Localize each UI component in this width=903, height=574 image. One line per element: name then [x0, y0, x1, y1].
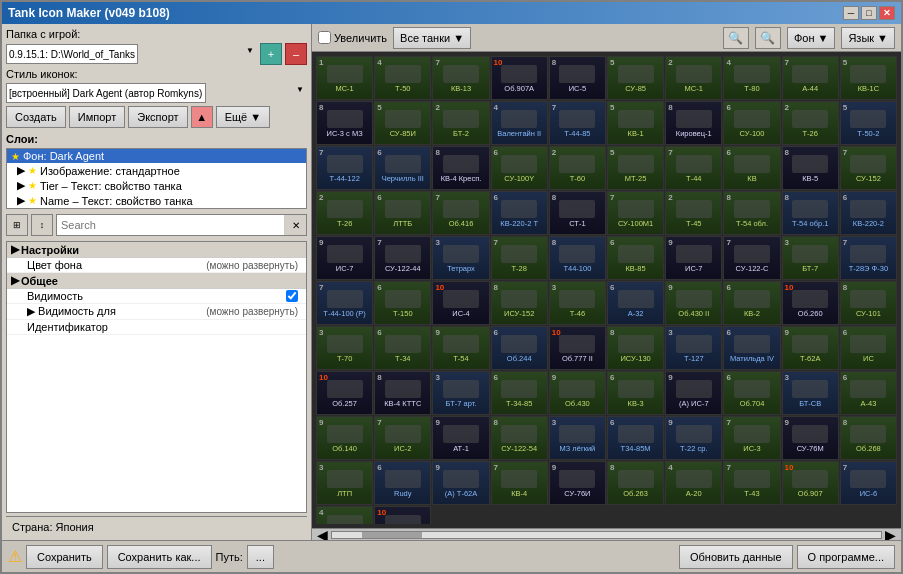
tank-cell[interactable]: 3БТ-7 арт.: [432, 371, 489, 415]
tank-cell[interactable]: 5Т-50-2: [840, 101, 897, 145]
tank-cell[interactable]: 6СУ-100Y: [491, 146, 548, 190]
tank-cell[interactable]: 3Т-70: [316, 326, 373, 370]
tank-cell[interactable]: 8Т44-100: [549, 236, 606, 280]
scroll-right-button[interactable]: ▶: [882, 527, 899, 541]
tank-cell[interactable]: 8СУ-122-54: [491, 416, 548, 460]
import-button[interactable]: Импорт: [69, 106, 125, 128]
tank-cell[interactable]: 8ИСУ-152: [491, 281, 548, 325]
horizontal-scrollbar[interactable]: [331, 531, 882, 539]
tank-cell[interactable]: 9СУ-76М: [782, 416, 839, 460]
tank-cell[interactable]: 6КВ-220-2 Т: [491, 191, 548, 235]
tank-cell[interactable]: 8СУ-101: [840, 281, 897, 325]
tank-cell[interactable]: 9Т-22 ср.: [665, 416, 722, 460]
tank-cell[interactable]: 9(А) ИС-7: [665, 371, 722, 415]
tank-cell[interactable]: 9АТ-1: [432, 416, 489, 460]
tank-cell[interactable]: 6КВ-85: [607, 236, 664, 280]
tank-cell[interactable]: 7Т-28: [491, 236, 548, 280]
tank-cell[interactable]: 6КВ: [723, 146, 780, 190]
tank-cell[interactable]: 2МС-1: [665, 56, 722, 100]
tank-cell[interactable]: 2БТ-2: [432, 101, 489, 145]
tank-cell[interactable]: 7А-44: [782, 56, 839, 100]
tank-cell[interactable]: 8КВ-4 КТТС: [374, 371, 431, 415]
tank-cell[interactable]: 6Т-34-85: [491, 371, 548, 415]
tank-cell[interactable]: 6КВ-3: [607, 371, 664, 415]
tank-cell[interactable]: 6Черчилль III: [374, 146, 431, 190]
tank-cell[interactable]: 6КВ-220-2: [840, 191, 897, 235]
tank-cell[interactable]: 6СУ-100: [723, 101, 780, 145]
search-button-1[interactable]: 🔍: [723, 27, 749, 49]
search-button-2[interactable]: 🔍: [755, 27, 781, 49]
tank-cell[interactable]: 7КВ-4: [491, 461, 548, 505]
tank-cell[interactable]: 6А-43: [840, 371, 897, 415]
tank-cell[interactable]: 7ИС-2: [374, 416, 431, 460]
tank-cell[interactable]: 7ИС-6: [840, 461, 897, 505]
path-dots-button[interactable]: ...: [247, 545, 274, 569]
tank-cell[interactable]: 9Т-62А: [782, 326, 839, 370]
tank-cell[interactable]: 7Т-44-100 (Р): [316, 281, 373, 325]
tank-cell[interactable]: 6Об.244: [491, 326, 548, 370]
tank-cell[interactable]: 8Кировец-1: [665, 101, 722, 145]
style-select[interactable]: [встроенный] Dark Agent (автор Romkyns): [6, 83, 206, 103]
tank-cell[interactable]: 10Об.257: [316, 371, 373, 415]
tank-cell[interactable]: 8ИСУ-130: [607, 326, 664, 370]
tank-cell[interactable]: 9ИС-7: [665, 236, 722, 280]
close-button[interactable]: ✕: [879, 6, 895, 20]
tank-cell[interactable]: 9(А) Т-62А: [432, 461, 489, 505]
tank-cell[interactable]: 7Т-44-85: [549, 101, 606, 145]
tank-cell[interactable]: 2Т-26: [782, 101, 839, 145]
tank-cell[interactable]: 8Об.268: [840, 416, 897, 460]
tank-cell[interactable]: 6Т-34: [374, 326, 431, 370]
tank-cell[interactable]: 5МТ-25: [607, 146, 664, 190]
tank-cell[interactable]: 8Об.263: [607, 461, 664, 505]
tank-cell[interactable]: 10Об.907А: [491, 56, 548, 100]
tank-cell[interactable]: 5СУ-85: [607, 56, 664, 100]
general-header[interactable]: ▶ Общее: [7, 273, 306, 289]
tank-cell[interactable]: 10Об.777 II: [549, 326, 606, 370]
tank-cell[interactable]: 6Матильда IV: [723, 326, 780, 370]
tank-cell[interactable]: 4Т-80: [723, 56, 780, 100]
tanks-filter-dropdown[interactable]: Все танки ▼: [393, 27, 471, 49]
tank-cell[interactable]: 8ИС-3 с МЗ: [316, 101, 373, 145]
tank-cell[interactable]: 6ЛТТБ: [374, 191, 431, 235]
tank-cell[interactable]: 6ИС: [840, 326, 897, 370]
tank-cell[interactable]: 8СТ-1: [549, 191, 606, 235]
tank-cell[interactable]: 9ИС-7: [316, 236, 373, 280]
minimize-button[interactable]: ─: [843, 6, 859, 20]
tank-cell[interactable]: 10Об.268.5: [374, 506, 431, 524]
tank-cell[interactable]: 10Об.907: [782, 461, 839, 505]
tank-cell[interactable]: 7Об.416: [432, 191, 489, 235]
tank-cell[interactable]: 10ИС-4: [432, 281, 489, 325]
save-button[interactable]: Сохранить: [26, 545, 103, 569]
tank-cell[interactable]: 7ИС-3: [723, 416, 780, 460]
tank-cell[interactable]: 7СУ-152: [840, 146, 897, 190]
folder-select[interactable]: 0.9.15.1: D:\World_of_Tanks: [6, 44, 138, 64]
tank-cell[interactable]: 7Т-43: [723, 461, 780, 505]
layer-item-2[interactable]: ▶ ★ Tier – Текст: свойство танка: [7, 178, 306, 193]
tank-cell[interactable]: 8Т-54 обл.: [723, 191, 780, 235]
tank-cell[interactable]: 3БТ-СВ: [782, 371, 839, 415]
visibility-checkbox[interactable]: [286, 290, 298, 302]
update-button[interactable]: Обновить данные: [679, 545, 793, 569]
tank-cell[interactable]: 9Об.140: [316, 416, 373, 460]
tank-cell[interactable]: 10Об.260: [782, 281, 839, 325]
tank-cell[interactable]: 8КВ-5: [782, 146, 839, 190]
tank-cell[interactable]: 8КВ-4 Кресп.: [432, 146, 489, 190]
tank-cell[interactable]: 7Т-44-122: [316, 146, 373, 190]
maximize-button[interactable]: □: [861, 6, 877, 20]
tank-cell[interactable]: 2Т-60: [549, 146, 606, 190]
tank-cell[interactable]: 8Т-54 обр.1: [782, 191, 839, 235]
remove-folder-button[interactable]: –: [285, 43, 307, 65]
tank-cell[interactable]: 5КВ-1С: [840, 56, 897, 100]
about-button[interactable]: О программе...: [797, 545, 895, 569]
tank-cell[interactable]: 7СУ-100М1: [607, 191, 664, 235]
tank-cell[interactable]: 3Тетрарх: [432, 236, 489, 280]
layer-item-3[interactable]: ▶ ★ Name – Текст: свойство танка: [7, 193, 306, 208]
search-clear-button[interactable]: ✕: [284, 215, 306, 235]
search-input[interactable]: [57, 219, 284, 231]
tank-cell[interactable]: 4СУ-85Б: [316, 506, 373, 524]
tank-cell[interactable]: 5КВ-1: [607, 101, 664, 145]
tank-cell[interactable]: 7КВ-13: [432, 56, 489, 100]
settings-header[interactable]: ▶ Настройки: [7, 242, 306, 258]
bg-dropdown[interactable]: Фон ▼: [787, 27, 835, 49]
lang-dropdown[interactable]: Язык ▼: [841, 27, 895, 49]
